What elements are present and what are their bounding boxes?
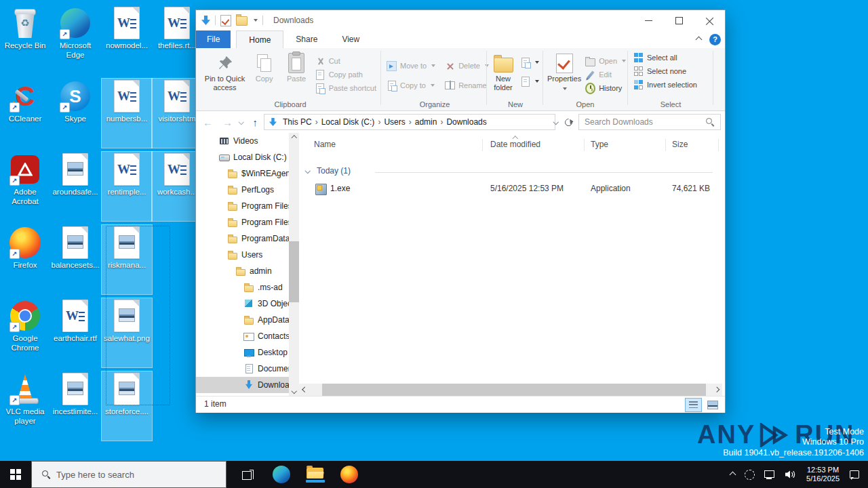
- volume-button[interactable]: [780, 461, 801, 488]
- desktop-icon-numbersb[interactable]: Wnumbersb...: [102, 79, 152, 148]
- close-button[interactable]: [694, 10, 725, 30]
- search-input[interactable]: [579, 117, 705, 127]
- action-center-button[interactable]: [845, 461, 868, 488]
- desktop-icon-visitorshtm[interactable]: Wvisitorshtm: [152, 79, 202, 148]
- start-button[interactable]: [0, 461, 31, 488]
- column-header-name[interactable]: Name: [314, 140, 336, 149]
- taskbar-clock[interactable]: 12:53 PM 5/16/2025: [801, 466, 845, 483]
- desktop-icon-balancesets[interactable]: balancesets...: [50, 225, 100, 294]
- minimize-button[interactable]: [633, 10, 664, 30]
- desktop-icon-google-chrome[interactable]: ↗Google Chrome: [0, 298, 50, 367]
- scroll-down-icon[interactable]: [289, 386, 299, 396]
- open-button[interactable]: Open: [583, 54, 629, 68]
- maximize-button[interactable]: [664, 10, 694, 30]
- breadcrumb-item-this-pc[interactable]: This PC: [281, 117, 313, 127]
- tray-status-button[interactable]: [740, 461, 760, 488]
- address-dropdown-icon[interactable]: [553, 119, 559, 125]
- desktop-icon-workcash[interactable]: Wworkcash...: [152, 152, 202, 221]
- file-row-1-exe[interactable]: 1.exe5/16/2025 12:53 PMApplication74,621…: [299, 182, 722, 197]
- taskbar-firefox-button[interactable]: [334, 461, 365, 488]
- column-header-size[interactable]: Size: [672, 140, 688, 149]
- select-none-button[interactable]: Select none: [631, 64, 711, 78]
- taskbar-explorer-button[interactable]: [300, 461, 331, 488]
- collapse-group-icon[interactable]: [305, 168, 311, 174]
- horizontal-scrollbar-thumb[interactable]: [322, 384, 706, 396]
- nav-item-desktop[interactable]: Desktop: [196, 344, 289, 361]
- qat-dropdown-icon[interactable]: [254, 19, 258, 22]
- desktop-icon-incestlimite[interactable]: incestlimite...: [50, 371, 100, 441]
- paste-button[interactable]: Paste: [280, 52, 312, 95]
- move-to-button[interactable]: Move to: [384, 59, 438, 73]
- nav-item-local-disk-c[interactable]: Local Disk (C:): [196, 149, 289, 165]
- scroll-up-icon[interactable]: [289, 133, 299, 143]
- desktop-icon-skype[interactable]: S↗Skype: [50, 79, 100, 148]
- tab-share[interactable]: Share: [283, 30, 330, 48]
- new-folder-button[interactable]: New folder: [489, 52, 517, 92]
- taskbar-edge-button[interactable]: [266, 461, 297, 488]
- paste-shortcut-button[interactable]: Paste shortcut: [313, 81, 379, 95]
- copy-path-button[interactable]: Copy path: [313, 68, 379, 81]
- rename-button[interactable]: Rename: [442, 79, 492, 92]
- nav-item-winreagent[interactable]: $WinREAgent: [196, 165, 289, 182]
- help-button[interactable]: ?: [709, 34, 721, 45]
- column-header-date-modified[interactable]: Date modified: [490, 140, 540, 149]
- nav-item-perflogs[interactable]: PerfLogs: [196, 182, 289, 198]
- refresh-icon[interactable]: [563, 117, 574, 127]
- column-header-type[interactable]: Type: [591, 140, 608, 149]
- desktop-icon-aroundsafe[interactable]: aroundsafe...: [50, 152, 100, 221]
- history-button[interactable]: History: [583, 81, 629, 95]
- new-item-button[interactable]: [517, 56, 542, 69]
- copy-to-button[interactable]: Copy to: [384, 79, 438, 92]
- nav-item-users[interactable]: Users: [196, 247, 289, 263]
- nav-item-contacts[interactable]: Contacts: [196, 328, 289, 344]
- properties-button[interactable]: Properties: [546, 52, 583, 95]
- desktop-icon-riskmana[interactable]: riskmana...: [102, 225, 152, 294]
- desktop-icon-storeforce[interactable]: storeforce....: [102, 371, 152, 441]
- tray-expand-button[interactable]: [726, 461, 740, 488]
- easy-access-button[interactable]: [517, 75, 542, 88]
- select-all-button[interactable]: Select all: [631, 51, 711, 64]
- breadcrumb-item-downloads[interactable]: Downloads: [445, 117, 488, 127]
- desktop-icon-recycle-bin[interactable]: ♻Recycle Bin: [0, 5, 50, 75]
- desktop-icon-salewhat-png[interactable]: salewhat.png: [102, 298, 152, 367]
- delete-button[interactable]: Delete: [442, 59, 492, 73]
- desktop-icon-vlc-media-player[interactable]: ↗VLC media player: [0, 371, 50, 441]
- breadcrumb-item-admin[interactable]: admin: [414, 117, 439, 127]
- taskbar-search-input[interactable]: [55, 469, 226, 481]
- breadcrumb-item-local-disk-c[interactable]: Local Disk (C:): [320, 117, 376, 127]
- desktop-icon-thefiles-rt[interactable]: Wthefiles.rt...: [152, 5, 202, 75]
- group-header-today[interactable]: Today (1): [299, 165, 722, 179]
- collapse-ribbon-icon[interactable]: [696, 36, 703, 43]
- scroll-right-icon[interactable]: [711, 384, 722, 396]
- forward-button[interactable]: →: [222, 117, 233, 127]
- thumbnails-view-button[interactable]: [704, 398, 721, 412]
- nav-scrollbar[interactable]: [289, 133, 299, 396]
- pin-to-quick-access-button[interactable]: Pin to Quick access: [201, 52, 248, 95]
- horizontal-scrollbar[interactable]: [299, 384, 722, 396]
- up-button[interactable]: ↑: [253, 117, 258, 127]
- edit-button[interactable]: Edit: [583, 68, 629, 81]
- back-button[interactable]: ←: [203, 117, 213, 127]
- breadcrumb-item-users[interactable]: Users: [382, 117, 406, 127]
- tab-view[interactable]: View: [330, 30, 372, 48]
- nav-item-videos[interactable]: Videos: [196, 133, 289, 149]
- nav-item-admin[interactable]: admin: [196, 263, 289, 279]
- recent-locations-icon[interactable]: [239, 119, 244, 125]
- task-view-button[interactable]: [232, 461, 263, 488]
- desktop-icon-nowmodel[interactable]: Wnowmodel...: [102, 5, 152, 75]
- nav-item-appdata[interactable]: AppData: [196, 312, 289, 328]
- desktop-icon-ccleaner[interactable]: C↗CCleaner: [0, 79, 50, 148]
- desktop-icon-earthchair-rtf[interactable]: Wearthchair.rtf: [50, 298, 100, 367]
- nav-item-program-files[interactable]: Program Files: [196, 198, 289, 214]
- search-icon[interactable]: [705, 117, 715, 127]
- tab-file[interactable]: File: [196, 30, 231, 48]
- desktop-icon-firefox[interactable]: ↗Firefox: [0, 225, 50, 294]
- nav-item-program-files[interactable]: Program Files: [196, 214, 289, 230]
- cut-button[interactable]: Cut: [313, 54, 379, 68]
- new-folder-qat-icon[interactable]: [236, 16, 248, 26]
- scroll-left-icon[interactable]: [299, 384, 311, 396]
- tab-home[interactable]: Home: [236, 30, 283, 48]
- details-view-button[interactable]: [685, 398, 702, 412]
- invert-selection-button[interactable]: Invert selection: [631, 78, 711, 92]
- desktop-icon-rentimple[interactable]: Wrentimple...: [102, 152, 152, 221]
